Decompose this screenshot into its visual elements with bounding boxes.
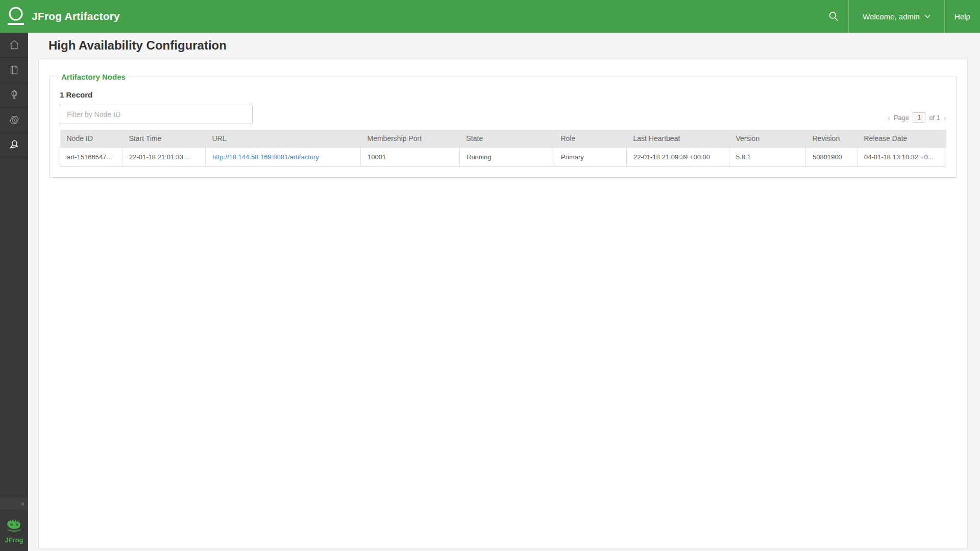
page-title: High Availability Configuration [48, 38, 968, 53]
cell-last-heartbeat: 22-01-18 21:09:39 +00:00 [627, 148, 729, 167]
record-count: 1 Record [60, 90, 946, 99]
col-header-release-date[interactable]: Release Date [857, 130, 946, 148]
builds-icon [8, 113, 21, 127]
col-header-state[interactable]: State [460, 130, 554, 148]
col-header-url[interactable]: URL [206, 130, 361, 148]
table-toolbar: ‹ Page 1 of 1 › [60, 105, 946, 124]
col-header-last-heartbeat[interactable]: Last Heartbeat [627, 130, 729, 148]
main-content: High Availability Configuration Artifact… [28, 33, 980, 551]
help-label: Help [954, 12, 970, 21]
pagination: ‹ Page 1 of 1 › [888, 112, 946, 124]
col-header-role[interactable]: Role [554, 130, 627, 148]
artifacts-icon [8, 63, 21, 77]
welcome-label: Welcome, admin [863, 12, 919, 21]
chevron-down-icon [924, 14, 930, 18]
top-header: JFrog Artifactory Welcome, admin Help [0, 0, 980, 33]
cell-version: 5.8.1 [729, 148, 806, 167]
cell-revision: 50801900 [806, 148, 857, 167]
cell-start-time: 22-01-18 21:01:33 ... [122, 148, 206, 167]
col-header-node-id[interactable]: Node ID [60, 130, 122, 148]
page-next-icon[interactable]: › [944, 113, 946, 122]
artifactory-logo-icon [7, 6, 24, 27]
filter-node-id-input[interactable] [60, 105, 253, 124]
sidebar-item-home[interactable] [0, 33, 28, 58]
node-url-link[interactable]: http://18.144.58.169:8081/artifactory [212, 153, 319, 161]
help-link[interactable]: Help [944, 0, 980, 33]
admin-user-icon [8, 138, 21, 152]
nodes-table: Node ID Start Time URL Membership Port S… [60, 130, 946, 167]
col-header-start-time[interactable]: Start Time [122, 130, 206, 148]
col-header-membership-port[interactable]: Membership Port [361, 130, 460, 148]
page-of-label: of 1 [929, 114, 940, 122]
search-icon[interactable] [819, 0, 848, 33]
frog-logo-label: JFrog [0, 537, 28, 544]
cell-role: Primary [554, 148, 627, 167]
page-prev-icon[interactable]: ‹ [888, 113, 890, 122]
expander-chevrons-icon: » [20, 499, 23, 508]
app-logo[interactable]: JFrog Artifactory [0, 0, 120, 33]
sidebar-item-artifacts[interactable] [0, 58, 28, 83]
sidebar-spacer [0, 158, 28, 498]
fieldset-legend: Artifactory Nodes [60, 73, 129, 81]
main-row: » JFrog High Availability Configuration … [0, 33, 980, 551]
sidebar-item-search[interactable] [0, 83, 28, 108]
cell-membership-port: 10001 [361, 148, 460, 167]
sidebar-item-builds[interactable] [0, 108, 28, 133]
cell-url: http://18.144.58.169:8081/artifactory [206, 148, 361, 167]
home-icon [8, 38, 21, 52]
page-label: Page [894, 114, 909, 122]
header-spacer [120, 0, 819, 33]
cell-node-id: art-15166547... [60, 148, 122, 167]
artifactory-nodes-fieldset: Artifactory Nodes 1 Record ‹ Page 1 of 1… [49, 73, 957, 178]
sidebar: » JFrog [0, 33, 28, 551]
user-menu[interactable]: Welcome, admin [848, 0, 944, 33]
jfrog-footer-logo: JFrog [0, 518, 28, 544]
search-3d-icon [8, 88, 21, 102]
frog-icon [5, 518, 24, 535]
ha-config-panel: Artifactory Nodes 1 Record ‹ Page 1 of 1… [38, 59, 968, 549]
table-header-row: Node ID Start Time URL Membership Port S… [60, 130, 946, 148]
table-row[interactable]: art-15166547... 22-01-18 21:01:33 ... ht… [60, 148, 946, 167]
sidebar-item-admin[interactable] [0, 133, 28, 158]
col-header-version[interactable]: Version [729, 130, 806, 148]
col-header-revision[interactable]: Revision [806, 130, 857, 148]
app-title: JFrog Artifactory [32, 10, 120, 22]
cell-release-date: 04-01-18 13:10:32 +0... [857, 148, 946, 167]
sidebar-expand-button[interactable]: » [0, 498, 28, 510]
page-number-input[interactable]: 1 [913, 112, 925, 123]
cell-state: Running [460, 148, 554, 167]
